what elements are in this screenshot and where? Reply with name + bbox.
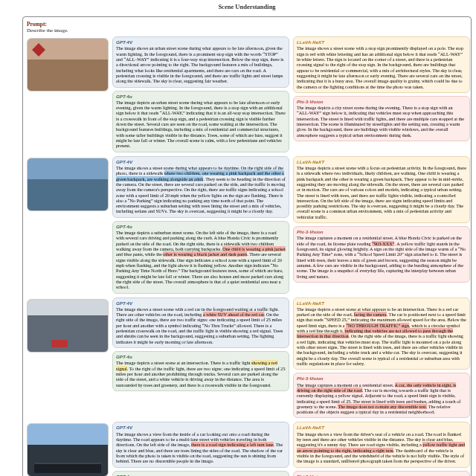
body: The image depicts a street scene at an i… xyxy=(116,360,251,365)
model-head: Phi-3-Vision xyxy=(297,474,466,476)
thumbnail-3 xyxy=(27,423,109,476)
gpt4o-2: GPT-4o The image depicts a street scene … xyxy=(112,351,289,391)
phi3-0: Phi-3-Vision The image depicts a city st… xyxy=(293,96,470,141)
model-head: GPT-4V xyxy=(116,300,286,306)
model-head: LLaVA-NeXT xyxy=(297,300,466,306)
model-head: LLaVA-NeXT xyxy=(297,159,466,164)
thumbnail-0 xyxy=(27,38,109,91)
prompt-text: Describe the image. xyxy=(27,28,68,33)
highlight: “903-XXX” xyxy=(372,241,394,246)
model-head: LLaVA-NeXT xyxy=(297,39,466,45)
gpt4v-1: GPT-4V The image shows a street scene du… xyxy=(112,156,289,218)
body: and blue pants, while the xyxy=(116,251,163,257)
prompt-label: Prompt: xyxy=(27,21,47,28)
gpt4v-0: GPT-4V The image shows an urban street s… xyxy=(112,36,289,88)
body: The image shows a street scene with a st… xyxy=(297,45,463,89)
phi3-2: Phi-3-Vision The image captures a moment… xyxy=(293,373,470,418)
thumbnail-2 xyxy=(27,299,109,353)
content-box: Prompt: Describe the image. GPT-4V The i… xyxy=(22,16,472,476)
llava-2: LLaVA-NeXT The image depicts a street sc… xyxy=(293,298,470,370)
body: The image depicts an urban street scene … xyxy=(116,100,286,149)
highlight: “NO THROUGH TRAFFIC” sign xyxy=(346,323,409,328)
model-head: Phi-3-Vision xyxy=(297,229,466,234)
gpt4v-3: GPT-4V The image shows a view from the i… xyxy=(112,422,289,467)
body: The image shows an urban street scene du… xyxy=(116,45,283,83)
model-head: GPT-4o xyxy=(116,94,286,99)
model-head: GPT-4o xyxy=(116,224,286,229)
model-head: Phi-3-Vision xyxy=(297,376,466,381)
llava-3: LLaVA-NeXT The image shows a view from t… xyxy=(293,422,470,467)
highlight: other is wearing a black jacket and dark… xyxy=(163,251,247,257)
model-head: GPT-4V xyxy=(116,39,286,45)
llava-0: LLaVA-NeXT The image shows a street scen… xyxy=(293,36,470,93)
highlight: there is a road sign indicating a left t… xyxy=(191,442,273,447)
model-head: GPT-4V xyxy=(116,159,286,164)
body: . On the right side of the image, there … xyxy=(116,312,283,344)
body: The image depicts a street scene with a … xyxy=(297,165,466,219)
model-head: GPT-4o xyxy=(116,474,286,476)
prompt-block: Prompt: Describe the image. xyxy=(27,21,467,33)
body: The image captures a moment on a residen… xyxy=(297,382,395,387)
model-head: GPT-4V xyxy=(116,425,286,430)
body: . On the right side of the image, there … xyxy=(297,333,463,366)
model-head: GPT-4o xyxy=(116,354,286,359)
gpt4o-3: GPT-4o The image shows a view from insid… xyxy=(112,471,289,476)
phi3-3: Phi-3-Vision The image shows a multi-lan… xyxy=(293,471,470,476)
body: . To the right of the traffic light, the… xyxy=(116,366,286,387)
page-title: Scene Understanding xyxy=(22,0,472,16)
highlight: facing the camera xyxy=(354,312,387,317)
highlight: a white SUV ahead of the red car xyxy=(203,312,264,317)
body: . There are several signs visible along … xyxy=(116,251,283,289)
gpt4v-2: GPT-4V The image shows a street scene wi… xyxy=(112,298,289,349)
highlight: One child is wearing a pink jacket xyxy=(222,246,286,251)
gpt4o-0: GPT-4o The image depicts an urban street… xyxy=(112,91,289,152)
body: The image depicts a city street scene du… xyxy=(297,105,464,138)
body: . They seem to be heading in the directi… xyxy=(116,176,286,214)
gpt4o-1: GPT-4o The image depicts a suburban stre… xyxy=(112,221,289,294)
body: . A yellow traffic light stands in the f… xyxy=(297,241,466,279)
phi3-1: Phi-3-Vision The image captures a moment… xyxy=(293,226,470,283)
model-head: LLaVA-NeXT xyxy=(297,425,466,430)
highlight: The image does not contain any discernib… xyxy=(338,404,427,409)
model-head: Phi-3-Vision xyxy=(297,99,466,104)
llava-1: LLaVA-NeXT The image depicts a street sc… xyxy=(293,156,470,223)
thumbnail-1 xyxy=(27,158,109,211)
